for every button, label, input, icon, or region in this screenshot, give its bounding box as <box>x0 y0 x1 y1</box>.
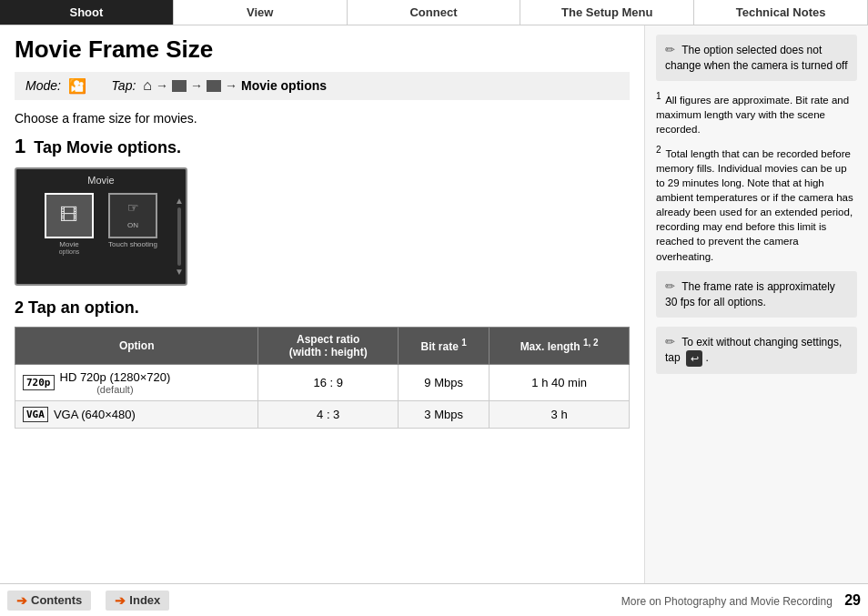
movie-item-options-label: Movie <box>59 240 78 248</box>
tab-view-label: View <box>247 5 273 19</box>
footnote-2: 2 Total length that can be recorded befo… <box>656 144 857 264</box>
col-header-bitrate: Bit rate 1 <box>399 327 490 364</box>
option-cell-720p: 720p HD 720p (1280×720) (default) <box>15 364 258 400</box>
tab-technical-notes-label: Technical Notes <box>736 5 826 19</box>
tab-setup-menu[interactable]: The Setup Menu <box>520 0 694 25</box>
col-header-maxlength: Max. length 1, 2 <box>490 327 630 364</box>
option-cell-vga: VGA VGA (640×480) <box>15 400 258 428</box>
intro-text: Choose a frame size for movies. <box>15 111 630 126</box>
movie-camera-icon: 🎞 <box>60 205 78 226</box>
options-table: Option Aspect ratio(width : height) Bit … <box>15 327 630 429</box>
scroll-track <box>177 207 181 266</box>
aspect-vga: 4 : 3 <box>258 400 399 428</box>
step1-text: Tap Movie options. <box>34 138 181 157</box>
top-navigation: Shoot View Connect The Setup Menu Techni… <box>0 0 868 25</box>
scroll-bar: ▲ ▼ <box>176 197 183 277</box>
screenshot-area: Movie 🎞 Movie options ☞ON Touch shooting <box>15 167 630 286</box>
movie-screen-title: Movie <box>16 169 186 186</box>
note-box-2: ✏ The frame rate is approximately 30 fps… <box>656 271 857 318</box>
movie-options-label: Movie options <box>241 78 327 93</box>
col-header-option: Option <box>15 327 258 364</box>
exit-button-icon: ↩ <box>686 350 702 367</box>
icon-720p: 720p <box>23 375 55 390</box>
bottom-bar: ➔ Contents ➔ Index More on Photography a… <box>0 583 868 616</box>
maxlen-720p: 1 h 40 min <box>490 364 630 400</box>
mode-icon: 🎦 <box>68 77 86 95</box>
right-panel: ✏ The option selected does not change wh… <box>645 25 868 583</box>
note-box-1: ✏ The option selected does not change wh… <box>656 35 857 81</box>
option-note-720p: (default) <box>60 384 171 395</box>
note-icon-1: ✏ <box>665 43 675 56</box>
arrow-icon-3: → <box>225 78 237 93</box>
maxlen-vga: 3 h <box>490 400 630 428</box>
movie-screen-items: 🎞 Movie options ☞ON Touch shooting <box>16 189 186 258</box>
tab-shoot-label: Shoot <box>69 5 103 19</box>
arrow-icon-2: → <box>190 78 203 93</box>
bitrate-720p: 9 Mbps <box>399 364 490 400</box>
scroll-up-icon: ▲ <box>175 197 184 206</box>
left-panel: Movie Frame Size Mode: 🎦 Tap: ⌂ → → → Mo… <box>0 25 645 583</box>
step1-heading: 1 Tap Movie options. <box>15 135 630 158</box>
note-text-2: The frame rate is approximately 30 fps f… <box>665 280 835 308</box>
table-row-720p: 720p HD 720p (1280×720) (default) 16 : 9… <box>15 364 630 400</box>
step2-heading: 2 Tap an option. <box>15 298 630 318</box>
option-name-vga: VGA (640×480) <box>54 408 136 421</box>
arrow-icon-1: → <box>156 78 168 93</box>
page-number: 29 <box>844 592 861 608</box>
col-header-aspect: Aspect ratio(width : height) <box>258 327 399 364</box>
footnote-1: 1 All figures are approximate. Bit rate … <box>656 90 857 136</box>
mode-label: Mode: <box>25 78 61 93</box>
movie-item-options: 🎞 Movie options <box>45 193 94 255</box>
scroll-down-icon: ▼ <box>175 268 184 277</box>
bottom-right: More on Photography and Movie Recording … <box>621 592 861 609</box>
note-text-3-end: . <box>705 351 708 364</box>
menu-square-icon-2 <box>207 80 221 92</box>
movie-touch-box: ☞ON <box>108 193 157 238</box>
movie-item-touch: ☞ON Touch shooting <box>108 193 157 255</box>
tap-sequence: ⌂ → → → Movie options <box>143 77 327 94</box>
tap-label: Tap: <box>112 78 136 93</box>
fn-num-2: 2 <box>656 145 661 155</box>
note-text-1: The option selected does not change when… <box>665 44 848 72</box>
tab-view[interactable]: View <box>174 0 348 25</box>
bitrate-vga: 3 Mbps <box>399 400 490 428</box>
option-name-720p: HD 720p (1280×720) <box>60 370 171 384</box>
touch-icon: ☞ON <box>127 200 139 231</box>
aspect-720p: 16 : 9 <box>258 364 399 400</box>
fn-text-2: Total length that can be recorded before… <box>656 148 853 262</box>
home-icon: ⌂ <box>143 77 152 94</box>
index-arrow-icon: ➔ <box>115 593 126 608</box>
note-box-3: ✏ To exit without changing settings, tap… <box>656 327 857 374</box>
step1-num: 1 <box>15 135 25 157</box>
note-icon-3: ✏ <box>665 335 675 348</box>
page-title: Movie Frame Size <box>15 36 630 63</box>
footer-text: More on Photography and Movie Recording <box>621 595 833 608</box>
tab-technical-notes[interactable]: Technical Notes <box>694 0 868 25</box>
main-content: Movie Frame Size Mode: 🎦 Tap: ⌂ → → → Mo… <box>0 25 868 583</box>
note-icon-2: ✏ <box>665 279 675 293</box>
step2-num: 2 <box>15 298 24 317</box>
movie-options-box: 🎞 <box>45 193 94 238</box>
fn-num-1: 1 <box>656 91 661 101</box>
menu-square-icon-1 <box>172 80 187 92</box>
fn-text-1: All figures are approximate. Bit rate an… <box>656 95 849 135</box>
tab-shoot[interactable]: Shoot <box>0 0 174 25</box>
movie-item-touch-label: Touch shooting <box>108 240 157 248</box>
mode-bar: Mode: 🎦 Tap: ⌂ → → → Movie options <box>15 72 630 100</box>
tab-setup-menu-label: The Setup Menu <box>561 5 652 19</box>
contents-link[interactable]: ➔ Contents <box>7 591 91 611</box>
contents-label: Contents <box>31 593 82 607</box>
tab-connect[interactable]: Connect <box>348 0 521 25</box>
contents-arrow-icon: ➔ <box>16 593 27 608</box>
tab-connect-label: Connect <box>409 5 457 19</box>
icon-vga: VGA <box>23 407 48 422</box>
bottom-left: ➔ Contents ➔ Index <box>7 591 169 611</box>
table-row-vga: VGA VGA (640×480) 4 : 3 3 Mbps 3 h <box>15 400 630 428</box>
step2-text: Tap an option. <box>28 298 139 317</box>
index-link[interactable]: ➔ Index <box>106 591 169 611</box>
movie-screen: Movie 🎞 Movie options ☞ON Touch shooting <box>15 167 187 286</box>
index-label: Index <box>129 593 160 607</box>
movie-item-options-sublabel: options <box>59 248 80 255</box>
